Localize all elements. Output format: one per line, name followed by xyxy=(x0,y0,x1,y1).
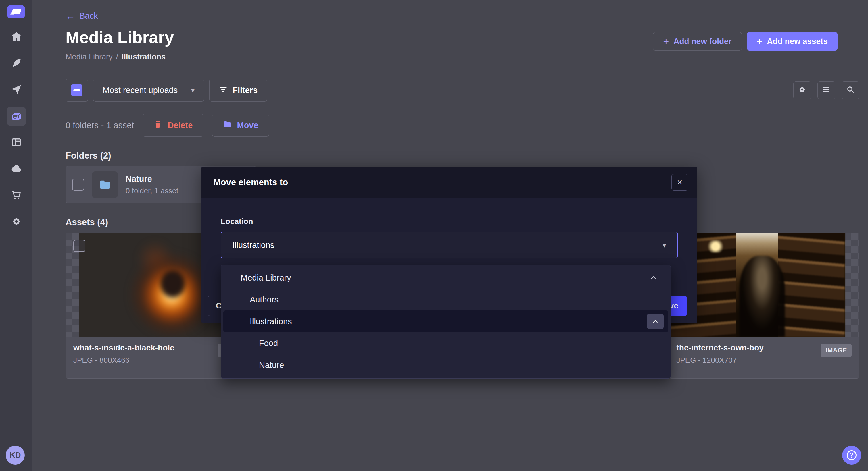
list-icon xyxy=(822,85,831,95)
folder-checkbox[interactable] xyxy=(72,179,84,191)
breadcrumb-current: Illustrations xyxy=(122,53,165,62)
dropdown-option-authors[interactable]: Authors xyxy=(223,289,668,310)
filter-icon xyxy=(219,85,228,96)
option-label: Media Library xyxy=(241,273,291,282)
sidebar-item-releases[interactable] xyxy=(0,77,32,103)
dropdown-option-food[interactable]: Food xyxy=(223,332,668,354)
dropdown-option-media-library[interactable]: Media Library xyxy=(223,267,668,289)
cart-icon xyxy=(10,189,23,202)
chevron-down-icon: ▾ xyxy=(191,86,194,95)
folder-meta: 0 folder, 1 asset xyxy=(126,187,179,195)
modal-body: Location Illustrations ▾ xyxy=(201,198,697,258)
filters-label: Filters xyxy=(232,86,257,95)
breadcrumb-root[interactable]: Media Library xyxy=(65,53,113,62)
option-label: Nature xyxy=(259,361,284,370)
gear-icon xyxy=(798,85,807,95)
location-value: Illustrations xyxy=(232,240,275,250)
asset-type-badge: IMAGE xyxy=(821,344,851,357)
selection-bar: 0 folders - 1 asset Delete Move xyxy=(65,114,859,137)
sidebar-item-deploy[interactable] xyxy=(0,156,32,182)
sidebar-item-media-library[interactable] xyxy=(0,103,32,130)
user-avatar[interactable]: KD xyxy=(6,446,25,465)
sidebar: KD xyxy=(0,0,32,471)
chevron-down-icon: ▾ xyxy=(662,241,666,249)
sidebar-item-marketplace[interactable] xyxy=(0,182,32,209)
paper-plane-icon xyxy=(10,83,23,97)
gear-icon xyxy=(10,215,23,229)
sort-value: Most recent uploads xyxy=(103,86,178,95)
dropdown-option-illustrations[interactable]: Illustrations xyxy=(223,310,668,332)
plus-icon: + xyxy=(663,36,669,46)
transparency-checker xyxy=(845,233,859,337)
add-new-folder-button[interactable]: + Add new folder xyxy=(653,32,742,51)
add-folder-label: Add new folder xyxy=(674,37,732,46)
selection-summary: 0 folders - 1 asset xyxy=(65,120,134,130)
media-library-icon xyxy=(7,107,26,126)
asset-meta: JPEG - 1200X707 xyxy=(677,356,764,365)
close-icon[interactable]: × xyxy=(672,174,688,191)
sidebar-item-content-type-builder[interactable] xyxy=(0,130,32,156)
move-label: Move xyxy=(237,121,258,130)
filters-button[interactable]: Filters xyxy=(209,79,267,102)
breadcrumb-separator: / xyxy=(116,53,118,62)
move-button[interactable]: Move xyxy=(212,114,269,137)
add-new-assets-button[interactable]: + Add new assets xyxy=(747,32,838,51)
cloud-icon xyxy=(10,163,23,176)
asset-name: what-s-inside-a-black-hole xyxy=(73,343,175,352)
toolbar: Most recent uploads ▾ Filters xyxy=(65,79,859,102)
asset-thumbnail xyxy=(669,233,859,337)
asset-meta: JPEG - 800X466 xyxy=(73,356,175,365)
search-button[interactable] xyxy=(842,81,859,99)
location-dropdown: Media Library Authors Illustrations Food… xyxy=(221,265,671,378)
sort-select[interactable]: Most recent uploads ▾ xyxy=(93,79,204,102)
layout-icon xyxy=(10,136,23,149)
modal-header: Move elements to × xyxy=(201,167,697,198)
sidebar-item-content-manager[interactable] xyxy=(0,50,32,77)
sidebar-item-settings[interactable] xyxy=(0,209,32,235)
home-icon xyxy=(10,30,23,44)
asset-checkbox[interactable] xyxy=(73,240,85,252)
grid-settings-button[interactable] xyxy=(793,81,811,99)
question-icon: ? xyxy=(847,450,857,460)
folders-section-title: Folders (2) xyxy=(65,150,859,161)
back-label: Back xyxy=(79,11,98,21)
search-icon xyxy=(846,85,855,95)
logo-shape xyxy=(11,9,21,14)
add-assets-label: Add new assets xyxy=(767,37,828,46)
delete-button[interactable]: Delete xyxy=(143,114,203,137)
strapi-logo-icon[interactable] xyxy=(7,5,25,19)
indeterminate-checkbox-icon xyxy=(71,85,83,96)
asset-card-internet-own-boy[interactable]: the-internet-s-own-boy JPEG - 1200X707 I… xyxy=(669,233,860,378)
trash-icon xyxy=(153,120,162,131)
folder-icon xyxy=(92,171,118,198)
option-label: Food xyxy=(259,339,278,348)
select-all-checkbox[interactable] xyxy=(65,79,88,102)
folder-name: Nature xyxy=(126,174,179,184)
folder-icon xyxy=(223,120,232,131)
location-label: Location xyxy=(221,217,678,226)
list-view-button[interactable] xyxy=(817,81,835,99)
breadcrumb: Media Library / Illustrations xyxy=(65,53,859,62)
plus-icon: + xyxy=(757,36,763,46)
sidebar-item-home[interactable] xyxy=(0,24,32,50)
option-label: Authors xyxy=(250,295,279,304)
feather-icon xyxy=(10,57,23,70)
asset-name: the-internet-s-own-boy xyxy=(677,343,764,352)
dropdown-option-nature[interactable]: Nature xyxy=(223,354,668,376)
back-arrow-icon: ← xyxy=(65,11,75,21)
help-button[interactable]: ? xyxy=(842,446,861,465)
chevron-up-icon[interactable] xyxy=(647,314,664,329)
header-actions: + Add new folder + Add new assets xyxy=(653,32,838,51)
modal-title: Move elements to xyxy=(213,177,288,188)
delete-label: Delete xyxy=(167,121,192,130)
chevron-up-icon[interactable] xyxy=(649,273,658,282)
option-label: Illustrations xyxy=(250,317,292,326)
location-select[interactable]: Illustrations ▾ xyxy=(221,232,678,258)
back-link[interactable]: ← Back xyxy=(65,11,98,21)
